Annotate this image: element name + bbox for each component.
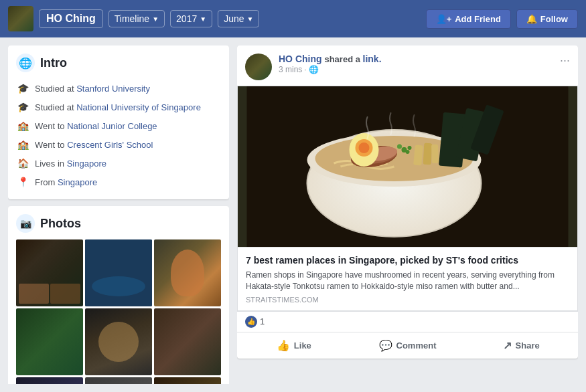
intro-title: 🌐 Intro [16, 54, 221, 72]
svg-point-16 [397, 144, 402, 149]
photo-6[interactable] [154, 308, 221, 375]
svg-rect-9 [423, 143, 433, 165]
post-link-description: Ramen shops in Singapore have mushroomed… [246, 270, 569, 292]
from-link[interactable]: Singapore [58, 177, 97, 187]
home-icon: 🏠 [16, 157, 29, 170]
graduation-icon-2: 🎓 [16, 100, 29, 114]
like-button[interactable]: 👍 Like [237, 335, 351, 356]
stanford-link[interactable]: Stanford University [76, 84, 150, 94]
post-author-line: HO Ching shared a link. [279, 54, 570, 64]
post-meta: HO Ching shared a link. 3 mins · 🌐 [279, 54, 570, 74]
school-icon-2: 🏫 [16, 138, 29, 151]
svg-point-17 [406, 150, 410, 154]
follow-icon: 🔔 [526, 14, 537, 24]
right-column: HO Ching shared a link. 3 mins · 🌐 ··· [237, 45, 578, 384]
intro-card: 🌐 Intro 🎓 Studied at Stanford University… [8, 45, 229, 199]
like-reaction-icon: 👍 [245, 316, 257, 328]
photo-3[interactable] [154, 239, 221, 306]
month-caret: ▼ [246, 15, 253, 23]
svg-rect-10 [431, 144, 439, 163]
profile-avatar-nav [8, 6, 33, 31]
svg-point-13 [359, 142, 370, 153]
left-column: 🌐 Intro 🎓 Studied at Stanford University… [8, 45, 229, 384]
lives-in-link[interactable]: Singapore [67, 159, 106, 169]
post-link-preview: 7 best ramen places in Singapore, picked… [237, 86, 578, 311]
profile-name: HO Ching [39, 9, 103, 28]
timeline-tab[interactable]: Timeline ▼ [108, 10, 165, 27]
post-privacy-icon: 🌐 [309, 65, 319, 74]
photo-5[interactable] [85, 308, 152, 375]
post-header: HO Ching shared a link. 3 mins · 🌐 ··· [237, 45, 578, 86]
nav-left: HO Ching Timeline ▼ 2017 ▼ June ▼ [8, 6, 259, 31]
intro-item-njc: 🏫 Went to National Junior College [16, 116, 221, 135]
njc-link[interactable]: National Junior College [67, 121, 157, 131]
photo-1[interactable] [16, 239, 83, 306]
svg-point-15 [408, 146, 412, 150]
year-caret: ▼ [200, 15, 206, 23]
add-friend-icon: 👤+ [436, 14, 452, 24]
photos-card: 📷 Photos [8, 206, 229, 384]
post-options-button[interactable]: ··· [560, 54, 570, 68]
school-icon-1: 🏫 [16, 119, 29, 132]
intro-icon: 🌐 [16, 54, 35, 72]
post-shared-link[interactable]: link. [363, 54, 382, 64]
post-author-name-link[interactable]: HO Ching [279, 54, 322, 64]
crescent-link[interactable]: Crescent Girls' School [67, 140, 153, 150]
post-actions-bar: 👍 Like 💬 Comment ↗ Share [237, 332, 578, 359]
post-link-info: 7 best ramen places in Singapore, picked… [238, 247, 577, 310]
intro-item-nus: 🎓 Studied at National University of Sing… [16, 98, 221, 116]
share-button[interactable]: ↗ Share [464, 335, 578, 356]
post-reactions: 👍 1 [237, 311, 578, 332]
photo-2[interactable] [85, 239, 152, 306]
top-navigation: HO Ching Timeline ▼ 2017 ▼ June ▼ 👤+ Add… [0, 0, 586, 37]
add-friend-button[interactable]: 👤+ Add Friend [426, 9, 511, 29]
month-tab[interactable]: June ▼ [218, 10, 259, 27]
post-author-avatar [245, 54, 272, 80]
photos-icon: 📷 [16, 214, 35, 233]
post-time: 3 mins · 🌐 [279, 65, 570, 74]
post-link-image [238, 86, 577, 247]
main-content: 🌐 Intro 🎓 Studied at Stanford University… [0, 37, 586, 392]
graduation-icon-1: 🎓 [16, 82, 29, 95]
photo-8[interactable] [85, 377, 152, 384]
share-icon: ↗ [503, 339, 512, 352]
post-card: HO Ching shared a link. 3 mins · 🌐 ··· [237, 45, 578, 359]
intro-item-from: 📍 From Singapore [16, 173, 221, 191]
location-icon: 📍 [16, 175, 29, 189]
follow-button[interactable]: 🔔 Follow [516, 9, 578, 29]
nus-link[interactable]: National University of Singapore [76, 102, 201, 112]
post-link-domain: STRAITSTIMES.COM [246, 296, 569, 304]
intro-item-stanford: 🎓 Studied at Stanford University [16, 79, 221, 98]
comment-button[interactable]: 💬 Comment [351, 335, 465, 356]
nav-right: 👤+ Add Friend 🔔 Follow [426, 9, 578, 29]
reaction-count: 1 [260, 316, 265, 326]
post-link-title: 7 best ramen places in Singapore, picked… [246, 254, 569, 266]
year-tab[interactable]: 2017 ▼ [170, 10, 212, 27]
photo-7[interactable] [16, 377, 83, 384]
photos-grid [16, 239, 221, 384]
photo-9[interactable] [154, 377, 221, 384]
like-icon: 👍 [277, 339, 290, 352]
comment-icon: 💬 [379, 339, 392, 352]
intro-item-crescent: 🏫 Went to Crescent Girls' School [16, 135, 221, 154]
intro-item-lives: 🏠 Lives in Singapore [16, 154, 221, 173]
photos-title: 📷 Photos [16, 214, 221, 233]
photo-4[interactable] [16, 308, 83, 375]
timeline-caret: ▼ [152, 15, 159, 23]
